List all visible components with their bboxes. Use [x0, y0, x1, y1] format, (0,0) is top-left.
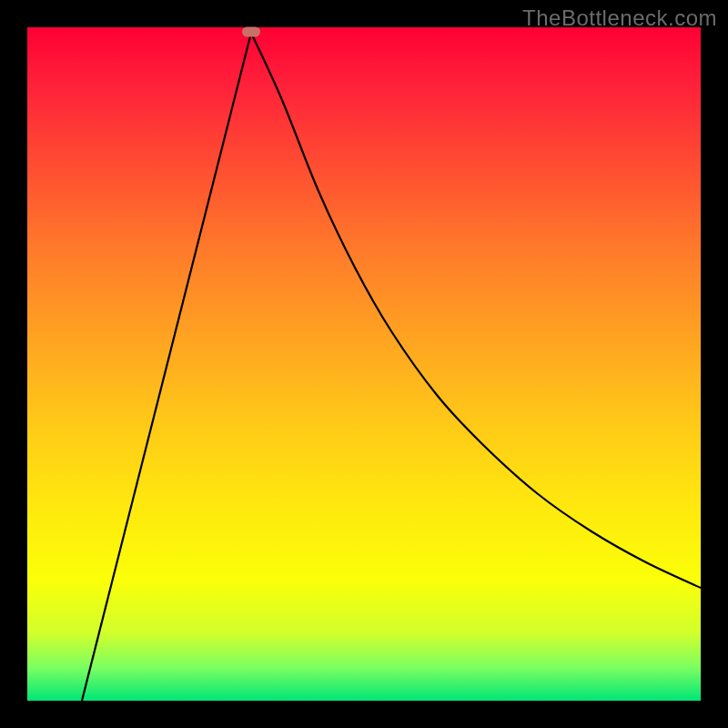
optimum-marker — [242, 27, 260, 37]
bottleneck-curve — [27, 27, 701, 701]
curve-right-arm — [251, 33, 701, 588]
watermark-text: TheBottleneck.com — [522, 5, 717, 31]
curve-left-arm — [82, 33, 251, 701]
chart-plot-area — [27, 27, 701, 701]
